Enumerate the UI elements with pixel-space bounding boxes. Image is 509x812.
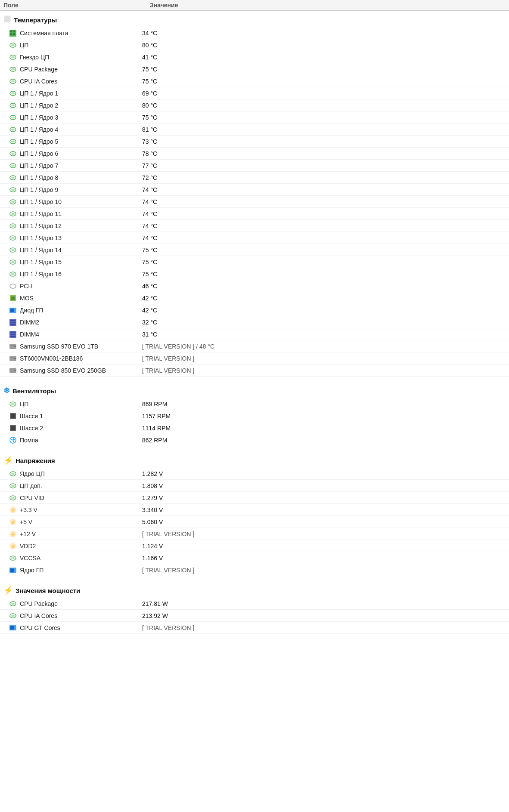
table-row: ЦП 1 / Ядро 375 °C <box>0 111 509 123</box>
row-name-cell: ЦП 1 / Ядро 4 <box>9 125 142 134</box>
svg-rect-66 <box>10 359 13 359</box>
row-label: VDD2 <box>20 543 36 550</box>
row-name-cell: ЦП 1 / Ядро 2 <box>9 101 142 110</box>
svg-rect-0 <box>4 16 10 22</box>
row-value-cell: 217.81 W <box>142 600 506 607</box>
svg-point-23 <box>11 140 15 142</box>
row-label: ЦП доп. <box>20 482 42 489</box>
cpu_core-icon <box>9 185 17 194</box>
row-name-cell: ЦП 1 / Ядро 1 <box>9 89 142 98</box>
header-field: Поле <box>3 2 150 9</box>
row-name-cell: ЦП 1 / Ядро 15 <box>9 258 142 266</box>
row-value-cell: 32 °C <box>142 319 506 326</box>
svg-point-37 <box>11 225 15 227</box>
row-value-cell: 75 °C <box>142 259 506 266</box>
row-label: ЦП 1 / Ядро 6 <box>20 150 58 157</box>
chassis-icon <box>9 424 17 432</box>
cpu_core-icon <box>9 65 17 74</box>
row-name-cell: DIMM4 <box>9 330 142 339</box>
row-name-cell: ЦП 1 / Ядро 5 <box>9 137 142 146</box>
row-label: ЦП 1 / Ядро 8 <box>20 174 58 181</box>
section-header-temperatures: Температуры <box>0 11 509 27</box>
table-row: ЦП 1 / Ядро 1074 °C <box>0 196 509 208</box>
svg-rect-57 <box>10 334 16 335</box>
table-row: ЦП 1 / Ядро 1475 °C <box>0 244 509 256</box>
row-name-cell: CPU Package <box>9 599 142 608</box>
row-label: ЦП 1 / Ядро 15 <box>20 259 62 266</box>
table-row: ST6000VN001-2BB186[ TRIAL VERSION ] <box>0 352 509 364</box>
svg-point-31 <box>11 188 15 191</box>
row-name-cell: ЦП доп. <box>9 482 142 490</box>
cpu_core-icon <box>9 599 17 608</box>
row-name-cell: CPU VID <box>9 494 142 502</box>
section-spacer <box>0 576 509 581</box>
cpu_core-icon <box>9 161 17 170</box>
volt_orange-icon: ⚡ <box>9 518 17 526</box>
section-label-power: Значения мощности <box>16 587 80 594</box>
row-value-cell: 77 °C <box>142 162 506 169</box>
svg-rect-3 <box>10 33 12 35</box>
row-value-cell: 75 °C <box>142 271 506 278</box>
gpu-icon <box>9 624 17 632</box>
hdd-icon <box>9 366 17 375</box>
svg-point-35 <box>11 213 15 215</box>
row-value-cell: 862 RPM <box>142 437 506 444</box>
section-power: ⚡Значения мощностиCPU Package217.81 WCPU… <box>0 581 509 639</box>
svg-point-41 <box>11 249 15 251</box>
row-value-cell: 34 °C <box>142 30 506 37</box>
row-name-cell: Samsung SSD 850 EVO 250GB <box>9 366 142 375</box>
table-row: VCCSA1.166 V <box>0 552 509 564</box>
cpu_core-icon <box>9 53 17 62</box>
section-icon-voltages: ⚡ <box>3 456 13 465</box>
row-value-cell: 1.808 V <box>142 482 506 489</box>
dimm-icon <box>9 330 17 339</box>
cpu_core-icon <box>9 234 17 242</box>
row-name-cell: ST6000VN001-2BB186 <box>9 354 142 363</box>
section-temperatures: ТемпературыСистемная плата34 °CЦП80 °CГн… <box>0 11 509 382</box>
row-value-cell: [ TRIAL VERSION ] <box>142 567 506 574</box>
cpu_core-icon <box>9 137 17 146</box>
row-label: ЦП 1 / Ядро 4 <box>20 126 58 133</box>
table-row: ЦП 1 / Ядро 777 °C <box>0 160 509 172</box>
row-value-cell: [ TRIAL VERSION ] <box>142 355 506 362</box>
svg-point-11 <box>11 68 15 70</box>
row-value-cell: 42 °C <box>142 307 506 314</box>
row-value-cell: 3.340 V <box>142 506 506 513</box>
row-label: CPU GT Cores <box>20 624 60 631</box>
table-row: ЦП 1 / Ядро 678 °C <box>0 148 509 160</box>
cpu_core-icon <box>9 554 17 562</box>
svg-rect-101 <box>10 626 14 630</box>
row-name-cell: ЦП 1 / Ядро 6 <box>9 149 142 158</box>
row-value-cell: [ TRIAL VERSION ] / 48 °C <box>142 343 506 350</box>
row-label: +5 V <box>20 519 32 525</box>
row-label: ЦП 1 / Ядро 7 <box>20 162 58 169</box>
row-name-cell: ⚡VDD2 <box>9 542 142 550</box>
cpu_core-icon <box>9 113 17 122</box>
table-row: CPU Package217.81 W <box>0 598 509 610</box>
hdd-icon <box>9 342 17 351</box>
row-value-cell: 69 °C <box>142 90 506 97</box>
cpu_core-icon <box>9 222 17 230</box>
row-name-cell: CPU IA Cores <box>9 77 142 86</box>
table-row: ЦП 1 / Ядро 1575 °C <box>0 256 509 268</box>
svg-point-97 <box>11 602 15 605</box>
svg-point-81 <box>11 485 15 487</box>
row-label: ЦП 1 / Ядро 13 <box>20 235 62 241</box>
table-row: Системная плата34 °C <box>0 27 509 39</box>
row-name-cell: ⚡+12 V <box>9 530 142 538</box>
row-label: DIMM2 <box>20 319 39 326</box>
section-spacer <box>0 634 509 639</box>
gpu-icon <box>9 306 17 315</box>
row-value-cell: 75 °C <box>142 78 506 85</box>
row-name-cell: ⚡+5 V <box>9 518 142 526</box>
svg-point-43 <box>11 261 15 263</box>
row-name-cell: ЦП 1 / Ядро 9 <box>9 185 142 194</box>
svg-rect-56 <box>10 332 16 333</box>
row-value-cell: [ TRIAL VERSION ] <box>142 531 506 537</box>
section-spacer <box>0 446 509 451</box>
row-label: ЦП 1 / Ядро 11 <box>20 210 62 217</box>
row-label: ЦП 1 / Ядро 14 <box>20 247 62 253</box>
row-value-cell: 1.166 V <box>142 555 506 562</box>
table-row: Помпа862 RPM <box>0 434 509 446</box>
row-name-cell: VCCSA <box>9 554 142 562</box>
